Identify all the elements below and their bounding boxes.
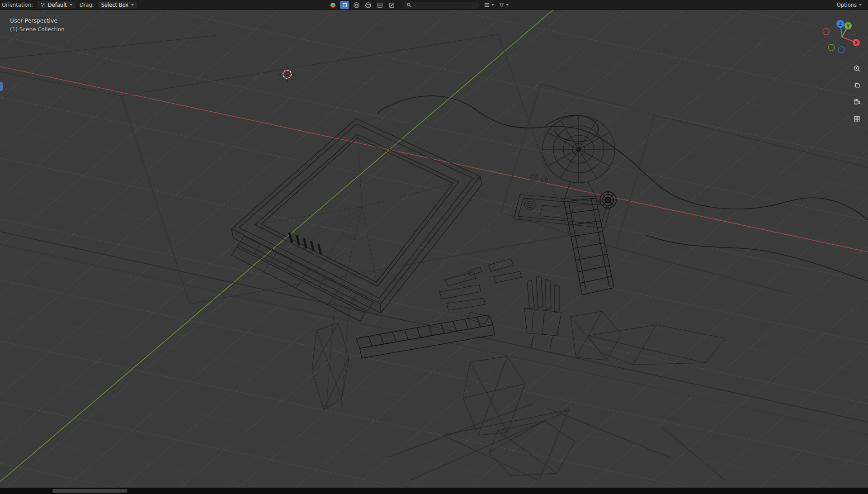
proportional-editing-icon[interactable]: [352, 1, 361, 9]
axis-gizmo-icon[interactable]: Z Y X: [815, 10, 868, 64]
header-right: Options: [834, 1, 864, 9]
zoom-icon[interactable]: [851, 62, 863, 74]
gizmo-neg-z-ball[interactable]: [838, 47, 844, 53]
camera-view-icon[interactable]: [851, 96, 863, 108]
gizmo-y-label: Y: [846, 24, 850, 28]
lowpoly-patches: [312, 311, 725, 480]
wireframe-scene: [0, 0, 868, 494]
status-bar: [0, 488, 868, 494]
status-segment: [52, 489, 127, 493]
wireframe-shading-icon[interactable]: [340, 1, 349, 9]
search-input[interactable]: [414, 2, 476, 9]
annotate-icon[interactable]: [387, 1, 396, 9]
chevron-down-icon: [859, 4, 862, 6]
filter-dropdown[interactable]: [498, 2, 509, 8]
active-tool-sliver[interactable]: [0, 82, 3, 91]
tool-settings-bar: Orientation: Default Drag: Select Box: [0, 0, 868, 10]
ortho-grid-icon[interactable]: [851, 113, 863, 124]
tool-settings-left: Orientation: Default Drag: Select Box: [2, 1, 137, 9]
slab-wireframe: [356, 315, 495, 358]
search-icon: [406, 2, 412, 8]
drag-label: Drag:: [80, 2, 94, 8]
viewport-3d[interactable]: User Perspective (1) Scene Collection Z …: [0, 0, 868, 494]
gizmo-z-label: Z: [839, 22, 842, 27]
search-box[interactable]: [402, 1, 480, 9]
filter-icon: [499, 2, 505, 8]
shading-sphere-icon[interactable]: [363, 1, 373, 9]
list-icon: [484, 2, 490, 8]
bounding-boxes: [0, 34, 868, 435]
overlays-grid-icon[interactable]: [375, 1, 384, 9]
orientation-dropdown[interactable]: Default: [37, 1, 76, 9]
3d-cursor-icon: [279, 66, 295, 82]
editor-type-icon[interactable]: [328, 1, 337, 9]
drag-value: Select Box: [101, 2, 129, 8]
orientation-value: Default: [48, 2, 67, 8]
options-dropdown[interactable]: Options: [834, 1, 864, 9]
gizmo-neg-y-ball[interactable]: [828, 44, 835, 51]
axis-lines: [0, 0, 868, 482]
microphone-wireframe: [514, 116, 616, 295]
options-label: Options: [837, 2, 857, 8]
collections-dropdown[interactable]: [483, 2, 495, 8]
gizmo-neg-x-ball[interactable]: [823, 28, 829, 35]
blender-window: User Perspective (1) Scene Collection Z …: [0, 0, 868, 494]
chevron-down-icon: [491, 4, 494, 6]
header-icon-cluster: [328, 0, 509, 10]
pan-hand-icon[interactable]: [851, 79, 863, 91]
orientation-label: Orientation:: [2, 2, 33, 8]
chevron-down-icon: [131, 4, 134, 6]
orientation-icon: [40, 2, 45, 7]
drag-dropdown[interactable]: Select Box: [98, 1, 138, 9]
hands-wireframe: [439, 259, 561, 349]
chevron-down-icon: [70, 4, 72, 6]
gizmo-x-label: X: [855, 41, 858, 45]
viewport-nav-toolbar: [851, 62, 863, 124]
viewport-collection-label: (1) Scene Collection: [10, 26, 65, 33]
cable-wireframe: [378, 96, 868, 281]
viewport-perspective-label: User Perspective: [10, 17, 57, 24]
chevron-down-icon: [506, 4, 509, 6]
